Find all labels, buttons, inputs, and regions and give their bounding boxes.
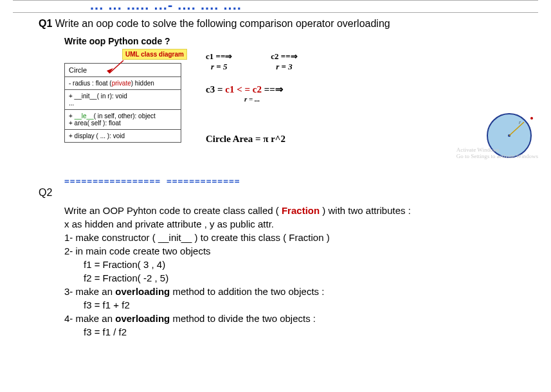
uml-dots: ... xyxy=(69,100,177,107)
watermark-line1: Activate Windows xyxy=(456,147,538,153)
q1-text: Write an oop code to solve the following… xyxy=(55,18,390,29)
uml-init-line: + __init__( in r): void xyxy=(69,93,177,100)
q2-line7: 3- make an overloading method to additio… xyxy=(64,285,512,298)
activate-windows-watermark: Activate Windows Go to Settings to activ… xyxy=(456,147,538,159)
c2-top: c2 ==⇒ xyxy=(271,51,297,62)
header-rule: ... ... ..... ...- .... .... .... xyxy=(13,0,538,13)
uml-column: UML class diagram Circle - radius : floa… xyxy=(64,50,193,143)
c3-row: c3 = c1 < = c2 ==⇒ xyxy=(206,84,538,95)
q1-label: Q1 xyxy=(39,18,52,29)
q2-line9: 4- make an overloading method to divide … xyxy=(64,312,512,325)
q1-line: Q1 Write an oop code to solve the follow… xyxy=(39,18,512,30)
c1c2-row: c1 ==⇒ r = 5 c2 ==⇒ r = 3 xyxy=(206,51,538,72)
svg-point-6 xyxy=(530,117,533,120)
uml-attr-prefix: - radius : float ( xyxy=(69,80,112,87)
c2-bot: r = 3 xyxy=(271,62,297,72)
c2-pair: c2 ==⇒ r = 3 xyxy=(271,51,297,72)
q2-line1-b: ) with two attributes : xyxy=(320,205,411,216)
q2-line9-c: method to divide the two objects : xyxy=(170,313,316,324)
q2-line7-b: overloading xyxy=(115,286,170,297)
q2-line10: f3 = f1 / f2 xyxy=(84,325,512,339)
uml-class-diagram-label: UML class diagram xyxy=(122,49,187,60)
c1-pair: c1 ==⇒ r = 5 xyxy=(206,51,232,72)
header-fragment-text: ... ... ..... ...- .... .... .... xyxy=(90,0,242,13)
c1-bot: r = 5 xyxy=(206,62,232,72)
q2-label: Q2 xyxy=(39,187,538,199)
uml-display-cell: + display ( ... ): void xyxy=(65,130,181,142)
q2-line6: f2 = Fraction( -2 , 5) xyxy=(84,271,512,285)
q2-line4: 2- in main code create two objects xyxy=(64,244,512,258)
q2-line1-a: Write an OOP Pyhton code to create class… xyxy=(64,205,282,216)
c3-sub: r = ... xyxy=(244,95,538,103)
subhead: Write oop Python code ? xyxy=(64,36,538,46)
uml-le-line: + __le__( in self, other): object xyxy=(69,112,177,120)
separator-line: ================= ============= xyxy=(64,176,538,186)
watermark-line2: Go to Settings to activate Windows xyxy=(456,153,538,159)
uml-attr-suffix: ) hidden xyxy=(131,80,154,87)
uml-le-cell: + __le__( in self, other): object + area… xyxy=(65,110,181,130)
circle-area-text: Circle Area = π r^2 xyxy=(206,134,467,145)
q2-line8: f3 = f1 + f2 xyxy=(84,298,512,312)
content-row: UML class diagram Circle - radius : floa… xyxy=(64,50,538,165)
mid-column: c1 ==⇒ r = 5 c2 ==⇒ r = 3 c3 = c1 < = c2… xyxy=(193,50,538,165)
q2-line7-c: method to addition the two objects : xyxy=(170,286,324,297)
uml-le-green: __le__ xyxy=(75,112,94,120)
q2-line3: 1- make constructor ( __init__ ) to crea… xyxy=(64,231,512,244)
q2-line5: f1 = Fraction( 3 , 4) xyxy=(84,258,512,271)
c3-red: c1 < = c2 xyxy=(225,84,262,94)
uml-le-prefix: + xyxy=(69,112,75,120)
q2-line9-a: 4- make an xyxy=(64,313,115,324)
q2-line2: x as hidden and private attribute , y as… xyxy=(64,217,512,231)
c3-suffix: ==⇒ xyxy=(262,84,284,94)
uml-arrow-icon xyxy=(122,59,148,71)
q2-line1: Write an OOP Pyhton code to create class… xyxy=(64,204,512,217)
q2-body: Write an OOP Pyhton code to create class… xyxy=(64,204,512,339)
uml-attr-private: private xyxy=(112,80,131,87)
q2-line7-a: 3- make an xyxy=(64,286,115,297)
c1-top: c1 ==⇒ xyxy=(206,51,232,62)
page-body: Q1 Write an oop code to solve the follow… xyxy=(0,18,551,339)
c3-prefix: c3 = xyxy=(206,84,225,94)
uml-le-suffix: ( in self, other): object xyxy=(94,112,156,120)
uml-table: Circle - radius : float (private) hidden… xyxy=(64,63,181,143)
uml-attributes: - radius : float (private) hidden xyxy=(65,77,181,90)
uml-area-line: + area( self ): float xyxy=(69,120,177,127)
q2-line9-b: overloading xyxy=(115,313,170,324)
uml-init-cell: + __init__( in r): void ... xyxy=(65,90,181,110)
q2-fraction-word: Fraction xyxy=(282,205,320,216)
